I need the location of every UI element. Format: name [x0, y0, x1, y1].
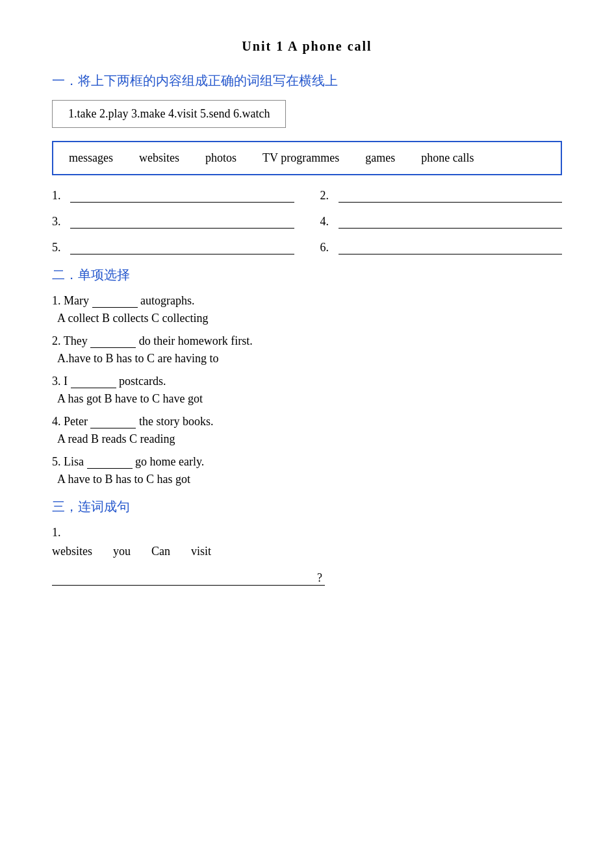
reorder-word: you [113, 545, 131, 558]
reorder-word: websites [52, 545, 92, 558]
fill-line-1[interactable] [70, 188, 294, 203]
question-after: do their homework first. [136, 334, 252, 347]
options: A has got B have to C have got [52, 392, 562, 406]
fill-number-6: 6. [320, 241, 339, 254]
fill-item-4: 4. [320, 214, 563, 229]
answer-line[interactable]: ? [52, 571, 325, 586]
question-text: 4. Peter the story books. [52, 415, 562, 428]
box-bottom-item: phone calls [421, 151, 474, 165]
question-number: 3. I [52, 375, 71, 388]
question-block: 4. Peter the story books.A read B reads … [52, 415, 562, 446]
fill-item-2: 2. [320, 188, 563, 203]
fill-item-1: 1. [52, 188, 294, 203]
reorder-question-label: 1. [52, 526, 562, 539]
options: A have to B has to C has got [52, 473, 562, 486]
question-after: postcards. [116, 375, 166, 388]
answer-blank[interactable] [90, 336, 136, 348]
answer-blank[interactable] [92, 296, 138, 308]
fill-number-1: 1. [52, 189, 70, 203]
question-after: the story books. [136, 415, 213, 428]
fill-row-1: 1. 2. [52, 188, 562, 203]
box-top: 1.take 2.play 3.make 4.visit 5.send 6.wa… [52, 100, 286, 128]
fill-line-5[interactable] [70, 240, 294, 254]
reorder-words: websitesyouCanvisit [52, 545, 562, 558]
fill-line-6[interactable] [339, 240, 563, 254]
question-number: 1. Mary [52, 294, 92, 307]
reorder-word: visit [191, 545, 211, 558]
section2-header: 二．单项选择 [52, 266, 562, 284]
question-block: 1. Mary autographs.A collect B collects … [52, 294, 562, 325]
question-text: 2. They do their homework first. [52, 334, 562, 348]
box-bottom-item: photos [205, 151, 237, 165]
question-block: 2. They do their homework first.A.have t… [52, 334, 562, 366]
question-after: go home early. [133, 455, 205, 468]
question-text: 1. Mary autographs. [52, 294, 562, 308]
question-text: 5. Lisa go home early. [52, 455, 562, 469]
question-block: 3. I postcards.A has got B have to C hav… [52, 375, 562, 406]
box-bottom: messageswebsitesphotosTV programmesgames… [52, 141, 562, 175]
options: A.have to B has to C are having to [52, 352, 562, 366]
question-number: 2. They [52, 334, 90, 347]
question-block: 5. Lisa go home early.A have to B has to… [52, 455, 562, 486]
fill-line-3[interactable] [70, 214, 294, 229]
question-text: 3. I postcards. [52, 375, 562, 388]
box-bottom-item: websites [139, 151, 179, 165]
section3-questions: 1.websitesyouCanvisit? [52, 526, 562, 586]
box-bottom-item: games [365, 151, 395, 165]
answer-blank[interactable] [90, 417, 136, 428]
section1: 一．将上下两框的内容组成正确的词组写在横线上 1.take 2.play 3.m… [52, 72, 562, 254]
fill-number-5: 5. [52, 241, 70, 254]
section3-header: 三，连词成句 [52, 498, 562, 515]
answer-suffix: ? [317, 571, 322, 585]
section2-questions: 1. Mary autographs.A collect B collects … [52, 294, 562, 486]
fill-line-4[interactable] [339, 214, 563, 229]
fill-item-5: 5. [52, 240, 294, 254]
fill-item-3: 3. [52, 214, 294, 229]
fill-row-3: 5. 6. [52, 240, 562, 254]
options: A collect B collects C collecting [52, 312, 562, 325]
box-top-items: 1.take 2.play 3.make 4.visit 5.send 6.wa… [68, 107, 270, 120]
fill-number-4: 4. [320, 215, 339, 229]
section3: 三，连词成句 1.websitesyouCanvisit? [52, 498, 562, 586]
question-number: 4. Peter [52, 415, 90, 428]
answer-blank[interactable] [87, 457, 133, 469]
page-title: Unit 1 A phone call [52, 39, 562, 54]
box-bottom-item: TV programmes [262, 151, 339, 165]
section2: 二．单项选择 1. Mary autographs.A collect B co… [52, 266, 562, 486]
fill-row-2: 3. 4. [52, 214, 562, 229]
reorder-word: Can [151, 545, 170, 558]
fill-number-3: 3. [52, 215, 70, 229]
question-after: autographs. [138, 294, 195, 307]
fill-number-2: 2. [320, 189, 339, 203]
question-number: 5. Lisa [52, 455, 87, 468]
fill-line-2[interactable] [339, 188, 563, 203]
box-bottom-item: messages [69, 151, 113, 165]
answer-blank[interactable] [71, 377, 116, 388]
options: A read B reads C reading [52, 432, 562, 446]
section1-header: 一．将上下两框的内容组成正确的词组写在横线上 [52, 72, 562, 90]
fill-item-6: 6. [320, 240, 563, 254]
fill-grid: 1. 2. 3. 4. 5. [52, 188, 562, 254]
